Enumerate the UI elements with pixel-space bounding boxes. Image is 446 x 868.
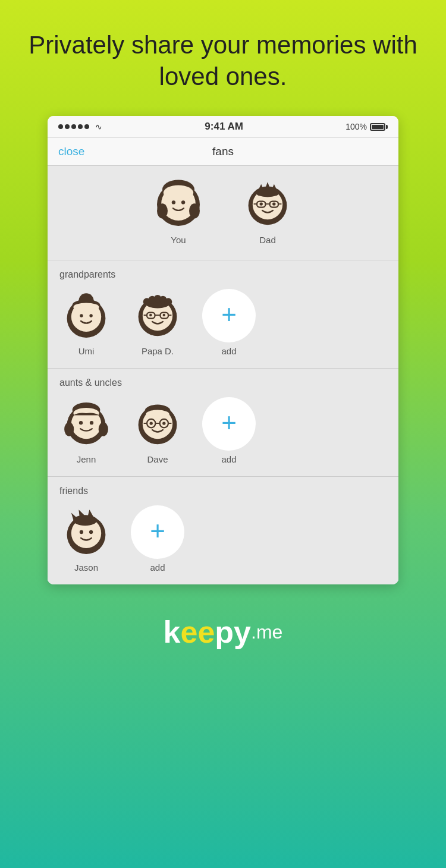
svg-point-69 xyxy=(89,530,93,534)
add-auntuncle-button[interactable]: + add xyxy=(202,397,256,464)
close-button[interactable]: close xyxy=(58,145,84,158)
svg-point-20 xyxy=(272,202,275,205)
svg-point-67 xyxy=(73,515,97,526)
status-left: ∿ xyxy=(58,122,102,131)
avatar-jenn[interactable]: Jenn xyxy=(59,397,113,464)
svg-point-60 xyxy=(150,422,153,424)
add-friend-button[interactable]: + add xyxy=(131,505,184,573)
add-grandparent-button[interactable]: + add xyxy=(202,289,256,356)
avatar-dave-icon xyxy=(131,397,184,451)
signal-dot-4 xyxy=(78,124,83,129)
grandparents-section: grandparents xyxy=(48,260,398,369)
svg-point-3 xyxy=(189,203,200,218)
avatar-dad-label: Dad xyxy=(259,235,276,245)
svg-point-46 xyxy=(99,422,108,436)
grandparents-label: grandparents xyxy=(59,269,387,280)
friends-members: Jason + add xyxy=(59,505,387,573)
avatar-jenn-icon xyxy=(59,397,113,451)
signal-dot-2 xyxy=(65,124,70,129)
nav-bar: close fans xyxy=(48,138,398,166)
add-auntuncle-circle[interactable]: + xyxy=(202,397,256,451)
svg-point-6 xyxy=(172,200,175,204)
status-time: 9:41 AM xyxy=(205,121,243,133)
avatar-jenn-label: Jenn xyxy=(77,454,96,464)
avatar-dave-label: Dave xyxy=(147,454,168,464)
add-grandparent-label: add xyxy=(221,346,236,356)
svg-point-26 xyxy=(80,314,83,317)
svg-point-49 xyxy=(79,421,83,424)
phone-frame: ∿ 9:41 AM 100% close fans xyxy=(48,116,398,584)
avatar-you[interactable]: You xyxy=(152,178,205,245)
add-auntuncle-plus-icon: + xyxy=(221,410,237,436)
avatar-umi[interactable]: Umi xyxy=(59,289,113,356)
svg-point-41 xyxy=(149,314,152,317)
status-right: 100% xyxy=(346,122,388,131)
svg-point-61 xyxy=(162,422,165,424)
avatar-papd-label: Papa D. xyxy=(142,346,174,356)
battery-body xyxy=(370,123,385,131)
aunts-uncles-label: aunts & uncles xyxy=(59,378,387,388)
battery-fill xyxy=(372,125,384,129)
svg-point-42 xyxy=(163,314,166,317)
fans-section: You xyxy=(48,166,398,260)
avatar-umi-icon xyxy=(59,289,113,342)
wifi-icon: ∿ xyxy=(95,122,102,131)
avatar-papd-icon xyxy=(131,289,184,342)
svg-point-2 xyxy=(157,203,168,218)
svg-point-27 xyxy=(89,314,92,317)
signal-dots xyxy=(58,124,89,129)
battery-tip xyxy=(386,125,388,129)
brand-suffix: .me xyxy=(251,621,282,643)
svg-point-7 xyxy=(181,200,185,204)
avatar-dad-icon xyxy=(241,178,294,231)
avatar-you-label: You xyxy=(171,235,186,245)
add-friend-circle[interactable]: + xyxy=(131,505,184,559)
add-grandparent-plus-icon: + xyxy=(221,301,237,328)
avatar-jason-label: Jason xyxy=(74,562,98,573)
signal-dot-1 xyxy=(58,124,63,129)
brand-ee: ee xyxy=(181,615,215,649)
nav-title: fans xyxy=(212,145,234,158)
grandparents-members: Umi xyxy=(59,289,387,356)
svg-point-50 xyxy=(90,421,93,424)
tagline: Privately share your memories with loved… xyxy=(0,30,446,92)
aunts-uncles-members: Jenn xyxy=(59,397,387,464)
svg-point-25 xyxy=(73,303,99,311)
signal-dot-5 xyxy=(84,124,89,129)
add-grandparent-circle[interactable]: + xyxy=(202,289,256,342)
add-friend-plus-icon: + xyxy=(150,518,165,544)
signal-dot-3 xyxy=(71,124,76,129)
svg-point-19 xyxy=(260,202,263,205)
branding: keepy .me xyxy=(164,614,283,650)
avatar-papd[interactable]: Papa D. xyxy=(131,289,184,356)
content-area: You xyxy=(48,166,398,584)
svg-point-13 xyxy=(256,188,279,197)
avatar-dad[interactable]: Dad xyxy=(241,178,294,245)
battery-icon xyxy=(370,123,388,131)
svg-point-5 xyxy=(164,185,193,200)
svg-point-35 xyxy=(165,298,172,306)
friends-section: friends xyxy=(48,477,398,584)
friends-label: friends xyxy=(59,486,387,496)
avatar-dave[interactable]: Dave xyxy=(131,397,184,464)
avatar-jason[interactable]: Jason xyxy=(59,505,113,573)
add-auntuncle-label: add xyxy=(221,454,236,464)
svg-point-45 xyxy=(64,422,74,436)
svg-point-68 xyxy=(80,530,83,534)
status-bar: ∿ 9:41 AM 100% xyxy=(48,116,398,138)
avatar-umi-label: Umi xyxy=(78,346,95,356)
add-friend-label: add xyxy=(150,562,165,573)
avatar-you-icon xyxy=(152,178,205,231)
svg-point-54 xyxy=(146,410,169,419)
brand-name: keepy xyxy=(164,614,251,650)
battery-percent: 100% xyxy=(346,122,367,131)
avatar-jason-icon xyxy=(59,505,113,559)
aunts-uncles-section: aunts & uncles xyxy=(48,369,398,477)
